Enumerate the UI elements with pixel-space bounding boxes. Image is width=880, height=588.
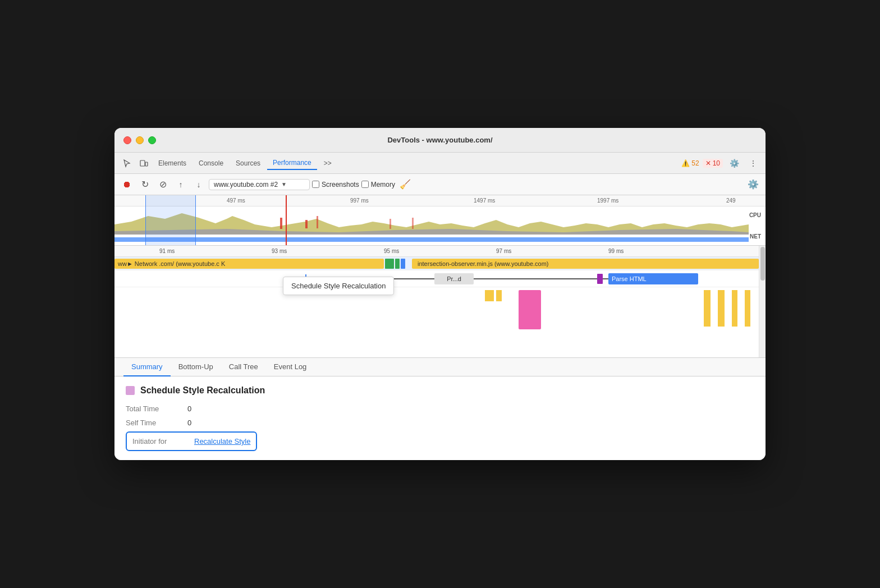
record-button[interactable]: ⏺	[119, 177, 135, 192]
device-mode-icon[interactable]	[136, 155, 152, 171]
total-time-row: Total Time 0	[126, 403, 754, 414]
pink-bar	[519, 290, 541, 329]
net-bar	[114, 237, 749, 242]
timeline-scrollbar[interactable]	[759, 246, 766, 357]
capture-settings-button[interactable]: ⚙️	[745, 177, 761, 192]
warning-icon: ⚠️	[681, 159, 690, 167]
yellow-gap-3	[739, 290, 744, 318]
tab-sources[interactable]: Sources	[230, 157, 266, 169]
clear-button[interactable]: ⊘	[155, 177, 171, 192]
yellow-tall-1	[704, 290, 711, 327]
overview-ruler: 497 ms 997 ms 1497 ms 1997 ms 249	[114, 195, 766, 206]
timeline-overview[interactable]: 497 ms 997 ms 1497 ms 1997 ms 249 CPU NE…	[114, 195, 766, 246]
memory-checkbox[interactable]: Memory	[361, 181, 395, 189]
summary-content: Schedule Style Recalculation Total Time …	[114, 376, 766, 460]
yellow-mini-2	[496, 290, 502, 301]
prd-bar: Pr...d	[434, 273, 474, 284]
ruler-mark-997: 997 ms	[350, 197, 369, 204]
yellow-tall-4	[745, 290, 750, 327]
maximize-button[interactable]	[148, 136, 156, 144]
devtools-window: DevTools - www.youtube.com/ Elements Con…	[114, 128, 766, 460]
bottom-tab-bar: Summary Bottom-Up Call Tree Event Log	[114, 358, 766, 376]
bottom-panel: Summary Bottom-Up Call Tree Event Log Sc…	[114, 358, 766, 460]
warning-number: 52	[691, 159, 699, 167]
tab-bottom-up[interactable]: Bottom-Up	[171, 358, 221, 376]
time-95: 95 ms	[384, 248, 399, 254]
tooltip-text: Schedule Style Recalculation	[291, 282, 386, 290]
green-block-1	[385, 259, 394, 269]
devtools-tab-bar: Elements Console Sources Performance >> …	[114, 153, 766, 174]
svg-marker-3	[114, 229, 749, 235]
devtools-right-icons: ⚠️ 52 ✕ 10 ⚙️ ⋮	[681, 155, 761, 171]
traffic-lights	[123, 136, 156, 144]
main-thread-track: Pr...d Parse HTML	[114, 270, 766, 287]
cpu-label: CPU	[749, 212, 761, 218]
tab-console[interactable]: Console	[193, 157, 229, 169]
network-bar-main: ww► Network .com/ (www.youtube.c K	[114, 259, 384, 269]
tab-summary[interactable]: Summary	[123, 358, 171, 376]
time-93: 93 ms	[272, 248, 287, 254]
main-timeline[interactable]: 91 ms 93 ms 95 ms 97 ms 99 ms ww► Networ…	[114, 246, 766, 358]
svg-rect-5	[305, 220, 308, 228]
screenshots-checkbox[interactable]: Screenshots	[312, 181, 359, 189]
summary-color-indicator	[126, 386, 135, 395]
self-time-label: Self Time	[126, 419, 176, 427]
time-marker	[286, 195, 287, 245]
close-button[interactable]	[123, 136, 131, 144]
url-selector[interactable]: www.youtube.com #2 ▼	[209, 179, 310, 190]
initiator-link[interactable]: Recalculate Style	[194, 437, 250, 445]
svg-rect-6	[317, 216, 318, 228]
purple-block	[597, 274, 603, 284]
intersection-label: intersection-observer.min.js (www.youtub…	[418, 260, 549, 267]
svg-rect-4	[280, 218, 282, 229]
initiator-row: Initiator for Recalculate Style	[126, 431, 257, 451]
settings-icon[interactable]: ⚙️	[726, 155, 742, 171]
green-block-2	[395, 259, 400, 269]
cpu-chart	[114, 208, 749, 235]
cursor-icon[interactable]	[119, 155, 135, 171]
tab-performance[interactable]: Performance	[267, 157, 317, 170]
sub-tracks	[114, 287, 766, 343]
flamechart-icon[interactable]: 🧹	[397, 177, 413, 192]
parse-html-bar: Parse HTML	[608, 273, 698, 284]
error-count[interactable]: ✕ 10	[703, 159, 723, 168]
timeline-selection[interactable]	[145, 195, 196, 245]
tab-call-tree[interactable]: Call Tree	[221, 358, 266, 376]
download-button[interactable]: ↓	[191, 177, 207, 192]
ruler-mark-1497: 1497 ms	[474, 197, 495, 204]
upload-button[interactable]: ↑	[173, 177, 189, 192]
self-time-value: 0	[187, 419, 191, 427]
ruler-mark-1997: 1997 ms	[597, 197, 618, 204]
tab-event-log[interactable]: Event Log	[266, 358, 315, 376]
url-text: www.youtube.com #2	[214, 181, 278, 189]
network-label: ww► Network .com/ (www.youtube.c K	[118, 260, 225, 267]
tab-more[interactable]: >>	[318, 157, 337, 169]
scrollbar-thumb[interactable]	[760, 247, 765, 281]
warning-count[interactable]: ⚠️ 52	[681, 159, 699, 167]
time-91: 91 ms	[159, 248, 175, 254]
total-time-label: Total Time	[126, 405, 176, 413]
time-99: 99 ms	[608, 248, 624, 254]
yellow-tall-2	[718, 290, 725, 327]
net-label: NET	[750, 233, 761, 240]
blue-block-1	[401, 259, 405, 269]
ruler-mark-249: 249	[726, 197, 736, 204]
svg-rect-0	[140, 160, 145, 166]
svg-rect-7	[389, 219, 391, 229]
svg-rect-1	[145, 162, 148, 166]
network-track: ww► Network .com/ (www.youtube.c K inter…	[114, 257, 766, 270]
yellow-gap-1	[713, 290, 716, 315]
ruler-mark-497: 497 ms	[227, 197, 245, 204]
summary-event-title: Schedule Style Recalculation	[126, 385, 754, 396]
dropdown-arrow-icon: ▼	[281, 181, 287, 187]
initiator-label: Initiator for	[132, 437, 183, 445]
yellow-gap-2	[726, 290, 730, 313]
more-options-icon[interactable]: ⋮	[745, 155, 761, 171]
error-icon: ✕	[705, 159, 711, 167]
reload-record-button[interactable]: ↻	[137, 177, 153, 192]
yellow-tall-3	[732, 290, 737, 327]
window-title: DevTools - www.youtube.com/	[387, 136, 492, 144]
tab-elements[interactable]: Elements	[153, 157, 192, 169]
performance-toolbar: ⏺ ↻ ⊘ ↑ ↓ www.youtube.com #2 ▼ Screensho…	[114, 174, 766, 195]
minimize-button[interactable]	[136, 136, 144, 144]
